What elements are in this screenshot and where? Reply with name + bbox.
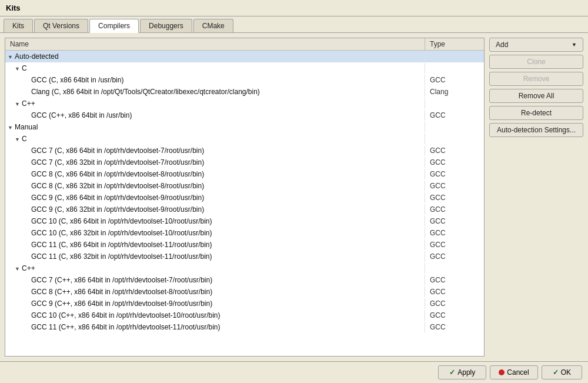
tree-row-type: GCC: [425, 228, 484, 238]
tree-body: ▼Auto-detected▼CGCC (C, x86 64bit in /us…: [5, 51, 484, 333]
tree-row[interactable]: ▼Auto-detected: [5, 51, 484, 62]
tree-row-type: GCC: [425, 322, 484, 332]
tree-row[interactable]: GCC 10 (C, x86 64bit in /opt/rh/devtools…: [5, 215, 484, 227]
tree-row-name: GCC (C, x86 64bit in /usr/bin): [5, 75, 425, 85]
tree-row[interactable]: GCC 10 (C, x86 32bit in /opt/rh/devtools…: [5, 227, 484, 239]
tree-row-type: GCC: [425, 310, 484, 321]
tree-row[interactable]: Clang (C, x86 64bit in /opt/Qt/Tools/QtC…: [5, 86, 484, 98]
tree-row-type: [425, 138, 484, 140]
remove-button[interactable]: Remove: [489, 72, 583, 86]
tree-header: Name Type: [5, 38, 484, 51]
tree-row[interactable]: ▼C++: [5, 262, 484, 274]
tree-row-name: GCC 9 (C, x86 32bit in /opt/rh/devtoolse…: [5, 204, 425, 215]
tab-compilers[interactable]: Compilers: [89, 19, 139, 33]
tree-row[interactable]: GCC 9 (C++, x86 64bit in /opt/rh/devtool…: [5, 298, 484, 309]
tree-row-name: GCC 10 (C, x86 32bit in /opt/rh/devtools…: [5, 228, 425, 238]
cancel-dot-icon: [499, 369, 505, 375]
tree-row-name: ▼C: [5, 134, 425, 144]
ok-checkmark-icon: ✓: [553, 368, 559, 377]
tree-row[interactable]: GCC 8 (C, x86 32bit in /opt/rh/devtoolse…: [5, 180, 484, 192]
tree-row-type: [425, 67, 484, 69]
tree-row-name: GCC 9 (C++, x86 64bit in /opt/rh/devtool…: [5, 298, 425, 309]
tree-row-name: GCC 11 (C, x86 32bit in /opt/rh/devtools…: [5, 251, 425, 262]
tree-row-name: ▼Auto-detected: [5, 51, 425, 62]
tab-kits[interactable]: Kits: [4, 19, 33, 32]
tree-row-name: GCC 11 (C++, x86 64bit in /opt/rh/devtoo…: [5, 322, 425, 332]
apply-checkmark-icon: ✓: [449, 368, 455, 377]
tree-row-name: ▼C++: [5, 98, 425, 109]
tree-row[interactable]: ▼C: [5, 133, 484, 145]
tree-row[interactable]: GCC (C, x86 64bit in /usr/bin)GCC: [5, 74, 484, 86]
tree-row[interactable]: GCC 10 (C++, x86 64bit in /opt/rh/devtoo…: [5, 309, 484, 321]
tree-expand-icon: ▼: [8, 125, 14, 131]
sidebar-buttons: Add ▼ Clone Remove Remove All Re-detect …: [489, 38, 583, 357]
tree-row-type: GCC: [425, 192, 484, 203]
tree-row-type: GCC: [425, 157, 484, 168]
tree-row[interactable]: GCC 8 (C++, x86 64bit in /opt/rh/devtool…: [5, 286, 484, 298]
tab-debuggers[interactable]: Debuggers: [140, 19, 192, 32]
tree-row-name: GCC 8 (C, x86 32bit in /opt/rh/devtoolse…: [5, 181, 425, 191]
ok-button[interactable]: ✓ OK: [542, 365, 582, 379]
add-dropdown-arrow: ▼: [572, 42, 577, 48]
clone-button[interactable]: Clone: [489, 55, 583, 69]
tree-row-type: GCC: [425, 181, 484, 191]
bottom-bar: ✓ Apply Cancel ✓ OK: [0, 361, 588, 383]
tree-row-type: GCC: [425, 110, 484, 121]
tree-row-name: GCC 10 (C, x86 64bit in /opt/rh/devtools…: [5, 216, 425, 227]
tree-row-type: [425, 102, 484, 105]
cancel-button[interactable]: Cancel: [490, 365, 537, 379]
tree-row-name: ▼C: [5, 63, 425, 74]
tree-row[interactable]: GCC (C++, x86 64bit in /usr/bin)GCC: [5, 109, 484, 121]
tree-row-type: [425, 267, 484, 269]
remove-all-button[interactable]: Remove All: [489, 89, 583, 103]
tree-row[interactable]: GCC 7 (C, x86 64bit in /opt/rh/devtoolse…: [5, 145, 484, 156]
tree-row-name: GCC 8 (C++, x86 64bit in /opt/rh/devtool…: [5, 287, 425, 297]
tree-row-name: GCC 7 (C, x86 32bit in /opt/rh/devtoolse…: [5, 157, 425, 168]
tree-row-name: GCC 8 (C, x86 64bit in /opt/rh/devtoolse…: [5, 169, 425, 179]
tree-row[interactable]: GCC 11 (C, x86 64bit in /opt/rh/devtools…: [5, 239, 484, 251]
tree-expand-icon: ▼: [8, 54, 14, 60]
tree-header-name: Name: [5, 38, 425, 50]
tree-row[interactable]: ▼C: [5, 62, 484, 74]
tab-qt-versions[interactable]: Qt Versions: [34, 19, 88, 32]
tree-row-type: GCC: [425, 145, 484, 156]
tree-row-name: Clang (C, x86 64bit in /opt/Qt/Tools/QtC…: [5, 86, 425, 97]
tree-header-type: Type: [425, 38, 484, 50]
tree-row-name: GCC 7 (C++, x86 64bit in /opt/rh/devtool…: [5, 275, 425, 285]
add-button[interactable]: Add ▼: [489, 38, 583, 52]
tree-row[interactable]: GCC 8 (C, x86 64bit in /opt/rh/devtoolse…: [5, 168, 484, 180]
tree-row-type: GCC: [425, 204, 484, 215]
auto-detection-settings-button[interactable]: Auto-detection Settings...: [489, 123, 583, 137]
tree-panel: Name Type ▼Auto-detected▼CGCC (C, x86 64…: [5, 38, 485, 357]
tree-row-type: GCC: [425, 287, 484, 297]
tree-row-type: GCC: [425, 75, 484, 85]
tree-row[interactable]: GCC 9 (C, x86 64bit in /opt/rh/devtoolse…: [5, 192, 484, 204]
tree-row-name: GCC 10 (C++, x86 64bit in /opt/rh/devtoo…: [5, 310, 425, 321]
tree-expand-icon: ▼: [15, 136, 21, 142]
tree-row[interactable]: ▼Manual: [5, 121, 484, 133]
tree-row-name: GCC 7 (C, x86 64bit in /opt/rh/devtoolse…: [5, 145, 425, 156]
title-text: Kits: [6, 4, 21, 12]
tree-row-type: GCC: [425, 239, 484, 250]
tree-row-name: ▼C++: [5, 263, 425, 274]
tree-row-name: GCC (C++, x86 64bit in /usr/bin): [5, 110, 425, 121]
tree-expand-icon: ▼: [15, 101, 21, 107]
tree-row[interactable]: GCC 7 (C++, x86 64bit in /opt/rh/devtool…: [5, 274, 484, 286]
tab-cmake[interactable]: CMake: [193, 19, 233, 32]
tree-row-type: GCC: [425, 298, 484, 309]
window-title-bar: Kits: [0, 0, 588, 16]
re-detect-button[interactable]: Re-detect: [489, 106, 583, 120]
tree-row-type: [425, 126, 484, 128]
tree-row-type: [425, 55, 484, 58]
tree-row[interactable]: GCC 9 (C, x86 32bit in /opt/rh/devtoolse…: [5, 204, 484, 215]
tree-row[interactable]: GCC 7 (C, x86 32bit in /opt/rh/devtoolse…: [5, 156, 484, 168]
tree-row[interactable]: GCC 11 (C++, x86 64bit in /opt/rh/devtoo…: [5, 321, 484, 333]
tree-row[interactable]: ▼C++: [5, 98, 484, 109]
main-content: Name Type ▼Auto-detected▼CGCC (C, x86 64…: [0, 33, 588, 361]
tree-row-type: GCC: [425, 275, 484, 285]
apply-button[interactable]: ✓ Apply: [438, 365, 486, 379]
tree-row-type: GCC: [425, 216, 484, 227]
tree-row[interactable]: GCC 11 (C, x86 32bit in /opt/rh/devtools…: [5, 251, 484, 262]
tree-row-type: Clang: [425, 86, 484, 97]
tree-row-name: GCC 11 (C, x86 64bit in /opt/rh/devtools…: [5, 239, 425, 250]
